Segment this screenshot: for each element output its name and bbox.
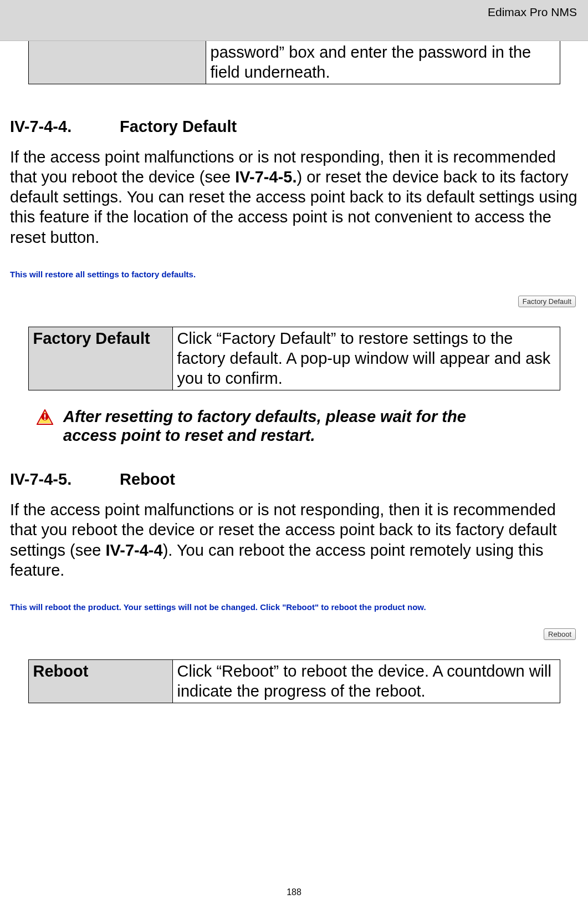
svg-rect-4 [44,418,46,420]
section-heading-reboot: IV-7-4-5. Reboot [10,470,578,489]
fragment-table-left [28,41,206,84]
fragment-table-right: password” box and enter the password in … [206,41,560,84]
reboot-paragraph: If the access point malfunctions or is n… [10,500,578,580]
section-number: IV-7-4-4. [10,118,115,136]
factory-default-table: Factory Default Click “Factory Default” … [28,327,560,390]
reboot-caption: This will reboot the product. Your setti… [10,602,578,612]
reboot-table: Reboot Click “Reboot” to reboot the devi… [28,659,560,703]
reboot-table-label: Reboot [28,660,172,703]
fragment-table: password” box and enter the password in … [28,41,560,84]
section-title: Factory Default [120,118,237,135]
factory-default-paragraph: If the access point malfunctions or is n… [10,147,578,247]
factory-default-table-desc: Click “Factory Default” to restore setti… [172,327,560,390]
reboot-screenshot: This will reboot the product. Your setti… [10,602,578,640]
warning-note: After resetting to factory defaults, ple… [37,407,578,446]
factory-default-caption: This will restore all settings to factor… [10,270,578,279]
section-title: Reboot [120,470,175,488]
section-number: IV-7-4-5. [10,470,115,489]
svg-rect-3 [44,414,46,418]
reboot-button[interactable]: Reboot [544,628,576,640]
warning-icon [37,409,53,427]
page-number: 188 [0,887,588,897]
warning-text: After resetting to factory defaults, ple… [63,407,518,446]
factory-default-button[interactable]: Factory Default [518,296,576,307]
header-title: Edimax Pro NMS [488,6,577,19]
section-heading-factory-default: IV-7-4-4. Factory Default [10,118,578,136]
reboot-table-desc: Click “Reboot” to reboot the device. A c… [172,660,560,703]
page-header-bar: Edimax Pro NMS [0,0,588,41]
factory-default-screenshot: This will restore all settings to factor… [10,270,578,307]
factory-default-table-label: Factory Default [28,327,172,390]
